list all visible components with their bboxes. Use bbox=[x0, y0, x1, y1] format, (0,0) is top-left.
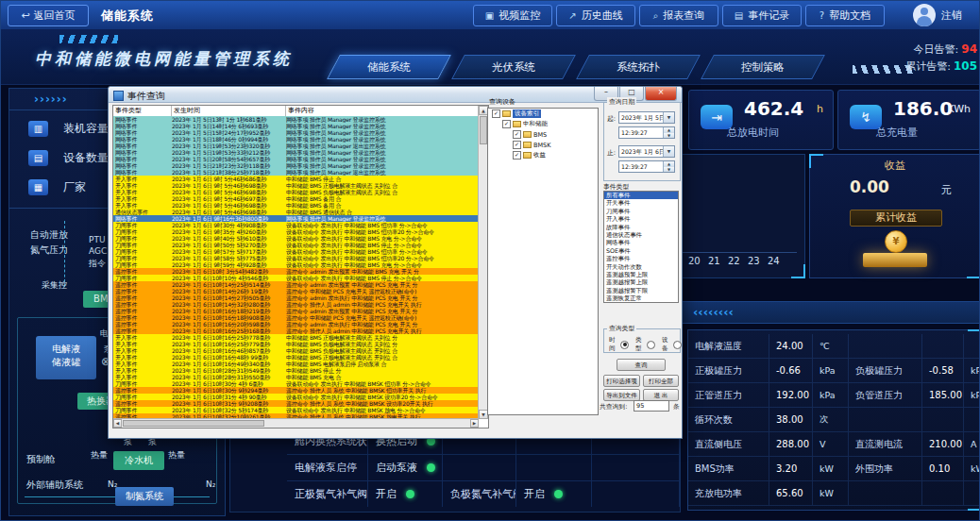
dropdown-arrow-icon[interactable]: ▼ bbox=[663, 146, 674, 157]
time-from-spinner[interactable]: 12:39:27 ▲▼ bbox=[618, 126, 675, 139]
query-type-option-设备[interactable]: 设备 bbox=[662, 336, 682, 353]
topbar-button-video-monitor[interactable]: ▣视频监控 bbox=[473, 5, 552, 26]
result-count-input[interactable]: 95 bbox=[634, 400, 669, 412]
event-type-option[interactable]: SOE事件 bbox=[604, 247, 678, 255]
dropdown-arrow-icon[interactable]: ▼ bbox=[663, 112, 674, 123]
event-row[interactable]: 网络事件2023年 1月 5日15时24分17秒952毫秒网络事项 操作员 Ma… bbox=[113, 129, 479, 136]
event-row[interactable]: 网络事件2023年 1月 5日18时46分 0秒994毫秒网络事项 操作员 Ma… bbox=[113, 136, 479, 143]
event-row[interactable]: 遥控事件2023年 1月 6日10时14分25秒514毫秒遥控命令 admin … bbox=[113, 281, 479, 288]
col-event-content[interactable]: 事件内容 bbox=[286, 106, 479, 116]
tab-系统拓扑[interactable]: 系统拓扑 bbox=[583, 55, 694, 79]
event-row[interactable]: 刀闸事件2023年 1月 6日 9时59分 4秒928毫秒设备联动命令 发出执行… bbox=[113, 261, 479, 268]
query-type-option-时间[interactable]: 时间 bbox=[609, 336, 629, 353]
event-row[interactable]: 刀闸事件2023年 1月 6日10时31分 4秒 90毫秒设备联动命令 发出执行… bbox=[113, 394, 479, 400]
user-avatar[interactable] bbox=[913, 4, 936, 26]
spinner-icon[interactable]: ▲▼ bbox=[663, 161, 674, 172]
topbar-button-event-record[interactable]: ▤事件记录 bbox=[722, 5, 802, 26]
event-row[interactable]: 通信状态事件2023年 1月 6日 9时 5分46秒698毫秒中和储能 BMS … bbox=[113, 209, 479, 215]
event-row[interactable]: 网络事件2023年 1月 5日19时53分33秒212毫秒网络事项 操作员 Ma… bbox=[113, 149, 479, 156]
event-row[interactable]: 遥控事件2023年 1月 6日10时14分27秒505毫秒遥控命令 admin … bbox=[113, 294, 479, 301]
tab-储能系统[interactable]: 储能系统 bbox=[333, 55, 445, 79]
event-row[interactable]: 遥控事件2023年 1月 6日10时14分26秒 19毫秒遥控命令 中和储能 P… bbox=[113, 288, 479, 294]
event-type-option[interactable]: 遥控事件 bbox=[604, 255, 678, 262]
query-type-option-类型[interactable]: 类型 bbox=[635, 336, 655, 353]
event-row[interactable]: 刀闸事件2023年 1月 6日 9时35分 4秒260毫秒设备联动命令 发出执行… bbox=[113, 228, 479, 235]
event-row[interactable]: 开入事件2023年 1月 6日 9时 5分46秒698毫秒中和储能 BMS 备用… bbox=[113, 202, 479, 209]
event-row[interactable]: 开入事件2023年 1月 6日10时16分25秒778毫秒中和储能 BMS 正极… bbox=[113, 334, 479, 341]
radio-icon[interactable] bbox=[673, 341, 682, 349]
event-row[interactable]: 开入事件2023年 1月 6日 9时 5分46秒697毫秒中和储能 BMS 备用… bbox=[113, 195, 479, 202]
event-row[interactable]: 网络事件2023年 1月 5日13时 1分 1秒681毫秒网络事项 操作员 Ma… bbox=[113, 116, 479, 123]
tree-item-BMS[interactable]: ✓BMS bbox=[488, 129, 598, 140]
print-all-button[interactable]: 打印全部 bbox=[643, 375, 679, 387]
event-row[interactable]: 遥控事件2023年 1月 6日10时16分18秒219毫秒遥控命令 admin … bbox=[113, 308, 479, 314]
radio-icon[interactable] bbox=[647, 341, 655, 349]
event-row[interactable]: 开入事件2023年 1月 6日10时28分31秒550毫秒中和储能 BMS 充电… bbox=[113, 374, 479, 380]
dialog-title-bar[interactable]: 事件查询 – □ × bbox=[109, 87, 682, 103]
topbar-button-report-query[interactable]: ⌕报表查询 bbox=[639, 5, 718, 26]
query-button[interactable]: 查询 bbox=[617, 359, 666, 371]
tab-光伏系统[interactable]: 光伏系统 bbox=[458, 55, 569, 79]
event-row[interactable]: 开入事件2023年 1月 6日10时16分46秒857毫秒中和储能 BMS 负极… bbox=[113, 347, 479, 354]
event-type-option[interactable]: 遥测越报警上限 bbox=[604, 278, 678, 286]
event-row[interactable]: 刀闸事件2023年 1月 6日10时10分 4秒546毫秒设备联动命令 发出执行… bbox=[113, 275, 479, 281]
scroll-left-icon[interactable]: ◀ bbox=[113, 419, 122, 428]
checkbox-icon[interactable]: ✓ bbox=[513, 151, 521, 160]
event-row[interactable]: 刀闸事件2023年 1月 6日 9时30分 4秒908毫秒设备联动命令 发出执行… bbox=[113, 222, 479, 228]
date-to-select[interactable]: 2023年 1月 6日 ▼ bbox=[618, 145, 675, 158]
event-row[interactable]: 开入事件2023年 1月 6日10时16分25秒779毫秒中和储能 BMS 负极… bbox=[113, 341, 479, 347]
scroll-right-icon[interactable]: ▶ bbox=[470, 419, 479, 428]
topbar-button-help-doc[interactable]: ?帮助文档 bbox=[805, 5, 885, 26]
event-type-option[interactable]: 开关动作次数 bbox=[604, 263, 678, 271]
event-row[interactable]: 网络事件2023年 1月 5日21时23分32秒118毫秒网络事项 操作员 Ma… bbox=[113, 162, 479, 169]
event-row[interactable]: 遥控事件2023年 1月 6日10时16分20秒598毫秒遥控命令 admin … bbox=[113, 321, 479, 328]
event-type-option[interactable]: 网络事件 bbox=[604, 239, 678, 246]
date-from-select[interactable]: 2023年 1月 5日 ▼ bbox=[618, 111, 675, 124]
checkbox-icon[interactable]: ✓ bbox=[513, 130, 521, 139]
radio-icon[interactable] bbox=[620, 341, 629, 349]
event-row[interactable]: 遥控事件2023年 1月 6日10时 3分54秒482毫秒遥控命令 admin … bbox=[113, 268, 479, 275]
event-row[interactable]: 刀闸事件2023年 1月 6日 9时50分 5秒270毫秒设备联动命令 发出执行… bbox=[113, 242, 479, 248]
event-row[interactable]: 刀闸事件2023年 1月 6日10时32分 5秒174毫秒设备联动命令 发出执行… bbox=[113, 407, 479, 413]
close-button[interactable]: × bbox=[645, 87, 677, 101]
event-type-option[interactable]: 遥测越报警下限 bbox=[604, 287, 678, 294]
col-event-type[interactable]: 事件类型 bbox=[113, 106, 172, 116]
event-row[interactable]: 遥控事件2023年 1月 6日10时16分25秒168毫秒遥控命令 操作人员 a… bbox=[113, 328, 479, 334]
event-type-option[interactable]: 开入事件 bbox=[604, 215, 678, 223]
event-type-option[interactable]: 通信状态事件 bbox=[604, 231, 678, 239]
back-home-button[interactable]: ↩返回首页 bbox=[8, 5, 89, 26]
event-type-option[interactable]: 刀闸事件 bbox=[604, 208, 678, 215]
event-row[interactable]: 网络事件2023年 1月 5日21时38分25秒718毫秒网络事项 操作员 Ma… bbox=[113, 169, 479, 176]
event-row[interactable]: 网络事件2023年 1月 5日20时58分54秒657毫秒网络事项 操作员 Ma… bbox=[113, 156, 479, 162]
time-to-spinner[interactable]: 12:39:27 ▲▼ bbox=[618, 160, 675, 173]
checkbox-icon[interactable]: ✓ bbox=[502, 120, 511, 128]
event-row[interactable]: 刀闸事件2023年 1月 6日 9时58分 5秒775毫秒设备联动命令 发出执行… bbox=[113, 255, 479, 261]
print-selected-button[interactable]: 打印选择项 bbox=[603, 375, 640, 387]
event-row[interactable]: 刀闸事件2023年 1月 6日10时30分 4秒 6毫秒设备联动命令 发出执行 … bbox=[113, 380, 479, 387]
tree-item-中和储能[interactable]: ✓中和储能 bbox=[488, 119, 598, 129]
event-type-option[interactable]: 故障事件 bbox=[604, 224, 678, 231]
horizontal-scrollbar[interactable]: ◀ ▶ bbox=[113, 418, 479, 428]
event-row[interactable]: 遥控事件2023年 1月 6日10时16分18秒908毫秒遥控命令 中和储能 P… bbox=[113, 314, 479, 321]
event-row[interactable]: 开入事件2023年 1月 6日 9时 5分46秒698毫秒中和储能 BMS 负极… bbox=[113, 189, 479, 195]
cumulative-income-button[interactable]: 累计收益 bbox=[850, 210, 942, 227]
checkbox-icon[interactable]: ✓ bbox=[513, 141, 521, 149]
event-row[interactable]: 开入事件2023年 1月 6日10时16分48秒 99毫秒中和储能 BMS 正极… bbox=[113, 354, 479, 361]
event-row[interactable]: 网络事件2023年 1月 5日14时14分 6秒693毫秒网络事项 操作员 Ma… bbox=[113, 123, 479, 129]
event-type-option[interactable]: 遥测越预警上限 bbox=[604, 271, 678, 278]
event-row[interactable]: 网络事件2023年 1月 5日19时53分23秒320毫秒网络事项 操作员 Ma… bbox=[113, 143, 479, 149]
event-row[interactable]: 遥控事件2023年 1月 6日10时30分 9秒294毫秒遥控命令 操作人员 系… bbox=[113, 387, 479, 394]
event-row[interactable]: 开入事件2023年 1月 6日10时16分49秒340毫秒中和储能 BMS 电解… bbox=[113, 361, 479, 367]
spinner-icon[interactable]: ▲▼ bbox=[663, 127, 674, 138]
event-row[interactable]: 刀闸事件2023年 1月 6日 9时57分 5秒717毫秒设备联动命令 发出执行… bbox=[113, 248, 479, 255]
event-row[interactable]: 开入事件2023年 1月 6日 9时 5分46秒698毫秒中和储能 BMS 正极… bbox=[113, 182, 479, 189]
event-row[interactable]: 开入事件2023年 1月 6日 9时 5分46秒686毫秒中和储能 BMS 停止… bbox=[113, 176, 479, 182]
event-row[interactable]: 遥控事件2023年 1月 6日10时31分 9秒208毫秒遥控命令 操作人员 系… bbox=[113, 400, 479, 407]
event-type-option[interactable]: 所有事件 bbox=[604, 192, 678, 199]
event-row[interactable]: 开入事件2023年 1月 6日10时28分31秒549毫秒中和储能 BMS 停止… bbox=[113, 367, 479, 374]
event-row[interactable]: 遥控事件2023年 1月 6日10时14分32秒280毫秒遥控命令 操作人员 a… bbox=[113, 301, 479, 308]
topbar-button-history-curve[interactable]: ↗历史曲线 bbox=[556, 5, 635, 26]
logout-button[interactable]: 注销 bbox=[941, 8, 962, 23]
event-type-option[interactable]: 遥测恢复正常 bbox=[604, 294, 678, 302]
event-row[interactable]: 刀闸事件2023年 1月 6日 9时40分 5秒610毫秒设备联动命令 发出执行… bbox=[113, 235, 479, 242]
